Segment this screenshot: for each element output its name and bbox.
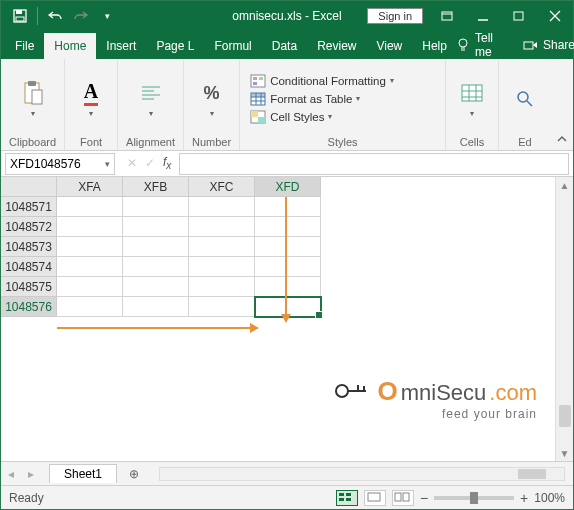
svg-point-38 — [518, 92, 528, 102]
name-box-dropdown[interactable]: ▾ — [105, 159, 110, 169]
minimize-button[interactable] — [465, 1, 501, 31]
cell[interactable] — [189, 277, 255, 297]
fx-button[interactable]: fx — [163, 155, 171, 171]
editing-button[interactable] — [507, 83, 543, 115]
cell[interactable] — [57, 217, 123, 237]
hscroll-thumb[interactable] — [518, 469, 546, 479]
cell[interactable] — [189, 257, 255, 277]
view-normal-button[interactable] — [336, 490, 358, 506]
zoom-slider[interactable] — [434, 496, 514, 500]
zoom-out-button[interactable]: − — [420, 490, 428, 506]
select-all-corner[interactable] — [1, 177, 57, 197]
cell[interactable] — [123, 237, 189, 257]
group-label-font: Font — [80, 134, 102, 148]
cell[interactable] — [123, 197, 189, 217]
svg-line-39 — [527, 101, 532, 106]
horizontal-scrollbar[interactable] — [159, 467, 565, 481]
view-page-layout-button[interactable] — [364, 490, 386, 506]
tab-review[interactable]: Review — [307, 33, 366, 59]
sheet-tab-active[interactable]: Sheet1 — [49, 464, 117, 483]
save-button[interactable] — [9, 5, 31, 27]
cell[interactable] — [123, 257, 189, 277]
svg-rect-32 — [258, 117, 265, 123]
cell[interactable] — [189, 297, 255, 317]
view-page-break-button[interactable] — [392, 490, 414, 506]
cell[interactable] — [255, 217, 321, 237]
col-header-xfb[interactable]: XFB — [123, 177, 189, 197]
cancel-formula-button[interactable]: ✕ — [127, 156, 137, 170]
svg-rect-48 — [368, 493, 380, 501]
redo-button[interactable] — [70, 5, 92, 27]
window-controls — [429, 1, 573, 31]
cell[interactable] — [189, 197, 255, 217]
conditional-formatting-icon — [250, 74, 266, 88]
tab-insert[interactable]: Insert — [96, 33, 146, 59]
tab-help[interactable]: Help — [412, 33, 457, 59]
cell[interactable] — [123, 277, 189, 297]
tell-me-text[interactable]: Tell me — [475, 31, 502, 59]
col-header-xfc[interactable]: XFC — [189, 177, 255, 197]
cell[interactable] — [57, 257, 123, 277]
cell[interactable] — [255, 277, 321, 297]
scroll-thumb[interactable] — [559, 405, 571, 427]
tab-file[interactable]: File — [5, 33, 44, 59]
tab-page-layout[interactable]: Page L — [146, 33, 204, 59]
col-header-xfa[interactable]: XFA — [57, 177, 123, 197]
tab-formulas[interactable]: Formul — [204, 33, 261, 59]
zoom-level[interactable]: 100% — [534, 491, 565, 505]
cell[interactable] — [57, 237, 123, 257]
cell[interactable] — [57, 197, 123, 217]
sign-in-button[interactable]: Sign in — [367, 8, 423, 24]
undo-button[interactable] — [44, 5, 66, 27]
table-icon — [250, 92, 266, 106]
new-sheet-button[interactable]: ⊕ — [123, 465, 145, 483]
close-button[interactable] — [537, 1, 573, 31]
row-header[interactable]: 1048573 — [1, 237, 57, 257]
tab-home[interactable]: Home — [44, 33, 96, 59]
cells-button[interactable]: ▾ — [454, 77, 490, 120]
scroll-down-arrow[interactable]: ▼ — [560, 445, 570, 461]
cell[interactable] — [189, 217, 255, 237]
tab-view[interactable]: View — [366, 33, 412, 59]
worksheet-grid[interactable]: XFA XFB XFC XFD 1048571 1048572 1048573 … — [1, 177, 573, 461]
name-box-input[interactable] — [10, 157, 92, 171]
cell-styles-button[interactable]: Cell Styles ▾ — [248, 109, 396, 125]
share-button[interactable]: Share — [543, 38, 574, 52]
sheet-nav-prev[interactable]: ◂ — [1, 467, 21, 481]
vertical-scrollbar[interactable]: ▲ ▼ — [555, 177, 573, 461]
svg-rect-44 — [339, 493, 344, 496]
name-box[interactable]: ▾ — [5, 153, 115, 175]
collapse-ribbon-button[interactable] — [551, 59, 573, 150]
cell[interactable] — [255, 257, 321, 277]
group-editing: Ed — [499, 59, 551, 150]
row-header[interactable]: 1048576 — [1, 297, 57, 317]
row-header[interactable]: 1048572 — [1, 217, 57, 237]
cell[interactable] — [123, 297, 189, 317]
qat-customize-button[interactable]: ▾ — [96, 5, 118, 27]
cell[interactable] — [57, 297, 123, 317]
tab-data[interactable]: Data — [262, 33, 307, 59]
conditional-formatting-button[interactable]: Conditional Formatting ▾ — [248, 73, 396, 89]
font-button[interactable]: A ▾ — [73, 77, 109, 120]
alignment-button[interactable]: ▾ — [133, 77, 169, 120]
scroll-up-arrow[interactable]: ▲ — [560, 177, 570, 193]
maximize-button[interactable] — [501, 1, 537, 31]
format-as-table-button[interactable]: Format as Table ▾ — [248, 91, 396, 107]
row-header[interactable]: 1048571 — [1, 197, 57, 217]
row-header[interactable]: 1048574 — [1, 257, 57, 277]
cell[interactable] — [255, 237, 321, 257]
enter-formula-button[interactable]: ✓ — [145, 156, 155, 170]
paste-button[interactable]: ▾ — [15, 77, 51, 120]
cell[interactable] — [255, 197, 321, 217]
number-button[interactable]: % ▾ — [194, 77, 230, 120]
sheet-nav-next[interactable]: ▸ — [21, 467, 41, 481]
col-header-xfd[interactable]: XFD — [255, 177, 321, 197]
row-header[interactable]: 1048575 — [1, 277, 57, 297]
svg-rect-46 — [339, 498, 344, 501]
ribbon-options-button[interactable] — [429, 1, 465, 31]
formula-input[interactable] — [179, 153, 569, 175]
zoom-in-button[interactable]: + — [520, 490, 528, 506]
cell[interactable] — [123, 217, 189, 237]
cell[interactable] — [57, 277, 123, 297]
cell[interactable] — [189, 237, 255, 257]
